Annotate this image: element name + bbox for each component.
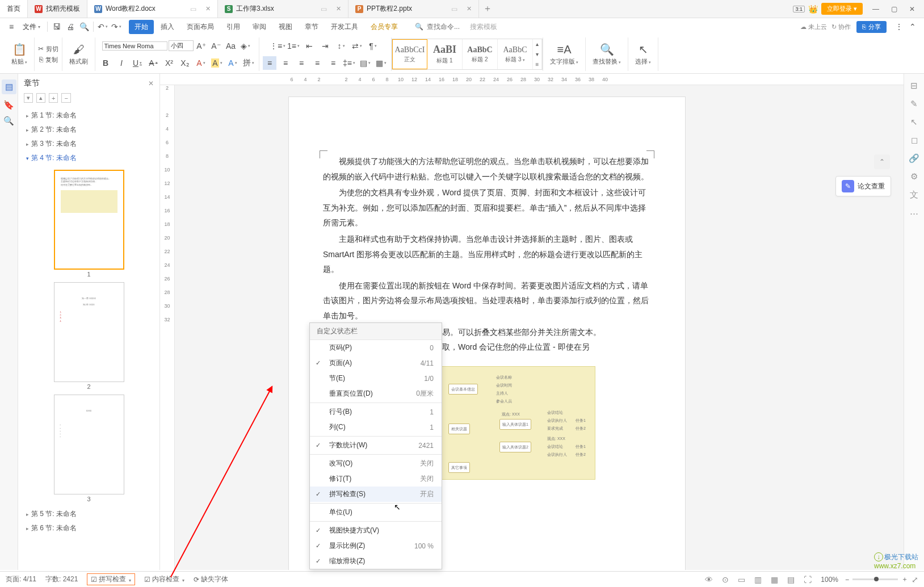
zoom-out-icon[interactable]: − [845, 576, 849, 584]
style-h2[interactable]: AaBbC标题 2 [463, 39, 498, 69]
tab-word-doc[interactable]: W Word教程2.docx ▭ ✕ [87, 0, 218, 18]
menu-more-icon[interactable]: ⋮ [892, 20, 906, 33]
italic-icon[interactable]: I [115, 56, 128, 70]
highlight-icon[interactable]: A [210, 56, 224, 70]
menutab-layout[interactable]: 页面布局 [181, 20, 220, 34]
login-button[interactable]: 立即登录 ▾ [821, 3, 863, 15]
tab-close-icon[interactable]: ✕ [467, 5, 472, 12]
tab-close-icon[interactable]: ✕ [205, 5, 211, 12]
file-menu[interactable]: 文件 [18, 22, 45, 32]
shading-icon[interactable]: ▤ [358, 56, 372, 70]
collapse-all-icon[interactable]: ▴ [36, 93, 45, 103]
cm-view-shortcut[interactable]: ✓视图快捷方式(V) [310, 523, 442, 538]
zoom-slider[interactable] [852, 578, 898, 580]
expand-all-icon[interactable]: ▾ [24, 93, 33, 103]
cut-button[interactable]: ✂剪切 [38, 45, 58, 53]
copy-button[interactable]: ⎘复制 [39, 56, 58, 64]
tab-icon[interactable]: ⇄ [350, 39, 364, 53]
borders-icon[interactable]: ▦ [374, 56, 388, 70]
section-2[interactable]: 第 2 节: 未命名 [26, 123, 152, 137]
zoom-value[interactable]: 100% [821, 576, 838, 584]
menutab-insert[interactable]: 插入 [155, 20, 180, 34]
shrink-font-icon[interactable]: A⁻ [209, 39, 223, 53]
text-layout-button[interactable]: ≡A文字排版 [547, 43, 582, 66]
zoom-control[interactable]: 100% − ＋ ⤢ [821, 575, 918, 584]
sort-icon[interactable]: ↕ [334, 39, 348, 53]
more-icon[interactable]: ⋯ [910, 208, 918, 219]
menutab-review[interactable]: 审阅 [247, 20, 272, 34]
clear-format-icon[interactable]: ◈ [239, 39, 253, 53]
view-outline-icon[interactable]: ▥ [754, 575, 762, 584]
window-maximize-icon[interactable]: ▢ [887, 2, 901, 16]
section-6[interactable]: 第 6 节: 未命名 [26, 521, 152, 535]
horizontal-ruler[interactable]: 642246810121416182022242628303234363840 [160, 74, 904, 85]
style-more[interactable]: ▴▾≡ [533, 39, 542, 69]
tab-pin-icon[interactable]: ▭ [451, 5, 457, 13]
cm-section[interactable]: 节(E)1/0 [310, 371, 442, 386]
cm-zoom-slider[interactable]: ✓缩放滑块(Z) [310, 554, 442, 569]
fullscreen-icon[interactable]: ⤢ [912, 575, 918, 584]
aspect-icon[interactable]: 3:1 [793, 6, 805, 12]
tab-home[interactable]: 首页 [0, 0, 28, 18]
text-effect-icon[interactable]: A [226, 56, 240, 70]
status-page[interactable]: 页面: 4/11 [6, 575, 36, 584]
cm-scale[interactable]: ✓显示比例(Z)100 % [310, 538, 442, 554]
align-center-icon[interactable]: ≡ [279, 56, 292, 70]
panel-toggle-icon[interactable]: ⊟ [910, 81, 918, 91]
preview-icon[interactable]: 🔍 [77, 20, 91, 33]
cm-track[interactable]: 修订(T)关闭 [310, 471, 442, 487]
style-gallery[interactable]: AaBbCcI正文 AaBI标题 1 AaBbC标题 2 AaBbC标题 3 ▴… [392, 39, 543, 70]
print-icon[interactable]: 🖨 [64, 20, 77, 33]
window-minimize-icon[interactable]: — [868, 2, 883, 16]
cm-page-num[interactable]: 页码(P)0 [310, 340, 442, 355]
redo-icon[interactable]: ↷ [110, 20, 123, 33]
underline-icon[interactable]: U [131, 56, 144, 70]
search-pane-icon[interactable]: 🔍 [3, 116, 14, 126]
status-words[interactable]: 字数: 2421 [45, 575, 78, 584]
template-search[interactable]: 搜索模板 [470, 22, 497, 32]
member-icon[interactable]: 👑 [808, 5, 818, 14]
style-normal[interactable]: AaBbCcI正文 [392, 39, 427, 69]
select-button[interactable]: ↖选择 [632, 43, 654, 66]
section-3[interactable]: 第 3 节: 未命名 [26, 137, 152, 151]
section-1[interactable]: 第 1 节: 未命名 [26, 108, 152, 123]
bookmark-icon[interactable]: 🔖 [3, 100, 14, 110]
paragraph[interactable]: 视频提供了功能强大的方法帮助您证明您的观点。当您单击联机视频时，可以在想要添加的… [323, 154, 651, 184]
strike-icon[interactable]: A [146, 56, 160, 70]
eye-icon[interactable]: 👁 [705, 575, 713, 584]
section-4[interactable]: 第 4 节: 未命名 [26, 151, 152, 165]
tab-ppt-doc[interactable]: P PPT教程2.pptx ▭ ✕ [348, 0, 479, 18]
page-thumb-1[interactable]: 视频提供了功能强大的方法帮助您证明您的观点...主题和样式也有助于文档保持协调.… [54, 170, 124, 270]
indent-right-icon[interactable]: ⇥ [318, 39, 332, 53]
menutab-chapter[interactable]: 章节 [299, 20, 324, 34]
pointer-icon[interactable]: ↖ [910, 117, 918, 127]
superscript-icon[interactable]: X² [162, 56, 176, 70]
command-search-input[interactable] [427, 23, 467, 31]
paragraph[interactable]: 为使您的文档具有专业外观，Word 提供了页眉、页脚、封面和文本框设计，这些设计… [323, 185, 651, 230]
view-read-icon[interactable]: ▤ [787, 575, 795, 584]
paragraph[interactable]: 使用在需要位置出现的新按钮在 Word 中保存时间。若要更改图片适应文档的方式，… [323, 278, 651, 324]
distribute-icon[interactable]: ≡ [326, 56, 340, 70]
cm-unit[interactable]: 单位(U) [310, 505, 442, 520]
status-missing-font[interactable]: ⟳缺失字体 [194, 575, 228, 584]
align-justify-icon[interactable]: ≡ [310, 56, 324, 70]
page-thumb-3[interactable]: XXXX••••• [54, 395, 124, 494]
status-spellcheck[interactable]: ☑拼写检查 [87, 573, 135, 585]
tab-wps-template[interactable]: W 找稻壳模板 [28, 0, 87, 18]
promote-icon[interactable]: + [49, 93, 58, 103]
line-spacing-icon[interactable]: ‡≡ [342, 56, 356, 70]
cm-spellcheck[interactable]: ✓拼写检查(S)开启 [310, 487, 442, 502]
scroll-top-icon[interactable]: ⌃ [874, 154, 890, 169]
vertical-ruler[interactable]: 22468101214161820222426283032 [160, 85, 175, 570]
font-color-icon[interactable]: A [194, 56, 208, 70]
view-page-icon[interactable]: ▭ [738, 575, 745, 584]
grow-font-icon[interactable]: A⁺ [195, 39, 208, 53]
share-button[interactable]: ⎘ 分享 [856, 21, 887, 33]
format-painter-button[interactable]: 🖌格式刷 [66, 43, 91, 66]
ai-icon[interactable]: ⚙ [910, 171, 918, 182]
coop-button[interactable]: ↻ 协作 [831, 23, 851, 31]
numbering-icon[interactable]: 1≡ [287, 39, 300, 53]
menutab-dev[interactable]: 开发工具 [325, 20, 364, 34]
menutab-member[interactable]: 会员专享 [365, 20, 404, 34]
font-name-combo[interactable]: Times New Roma [102, 41, 167, 51]
